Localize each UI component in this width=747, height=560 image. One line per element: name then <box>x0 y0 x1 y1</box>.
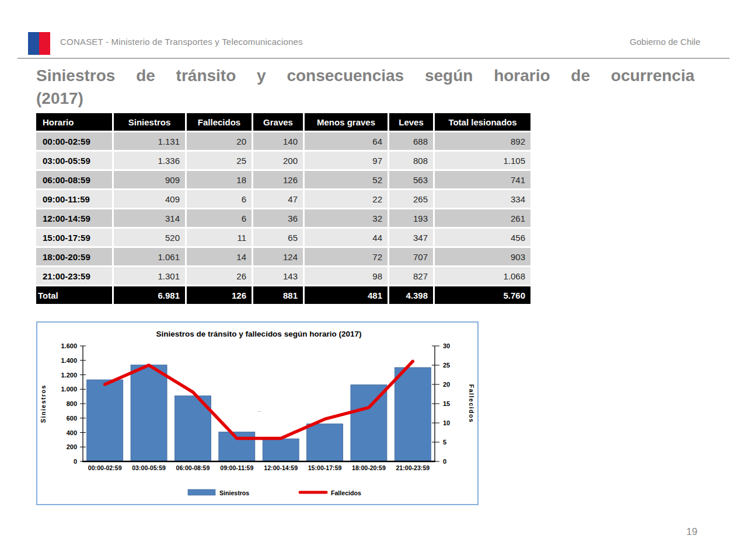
table-cell: 143 <box>253 267 303 285</box>
table-cell: 456 <box>435 229 530 246</box>
table-cell: 64 <box>305 132 388 150</box>
left-axis-title: Siniestros <box>40 384 47 423</box>
legend-label-siniestros: Siniestros <box>219 489 249 496</box>
table-cell: 261 <box>435 209 530 227</box>
table-row-label: 00:00-02:59 <box>36 132 112 150</box>
x-axis-category-label: 03:00-05:59 <box>132 464 166 471</box>
table-row: 18:00-20:591.0611412472707903 <box>36 248 530 265</box>
page-number: 19 <box>686 526 697 538</box>
table-cell: 11 <box>187 229 252 246</box>
table-row-label: 03:00-05:59 <box>36 152 112 169</box>
table-row: 15:00-17:59520116544347456 <box>36 229 530 246</box>
table-cell: 26 <box>187 267 252 285</box>
table-total-cell: 4.398 <box>389 286 433 304</box>
table-row: 09:00-11:5940964722265334 <box>36 190 530 208</box>
bar-siniestros <box>87 380 123 461</box>
table-header-cell: Total lesionados <box>435 113 530 131</box>
logo-blue-square <box>28 32 39 55</box>
chart-title: Siniestros de tránsito y fallecidos segú… <box>156 330 362 338</box>
left-axis-tick-label: 0 <box>74 458 77 465</box>
table-header-cell: Graves <box>253 113 303 131</box>
table-cell: 193 <box>389 209 433 227</box>
bar-siniestros <box>307 424 343 461</box>
table-row-label: 21:00-23:59 <box>36 267 112 285</box>
table-total-cell: 881 <box>253 286 303 304</box>
table-total-cell: 481 <box>305 286 388 304</box>
chart-panel: Siniestros de tránsito y fallecidos segú… <box>36 321 479 505</box>
left-axis-tick-label: 1.200 <box>61 372 77 379</box>
table-total-cell: 6.981 <box>114 286 185 304</box>
table-header-cell: Horario <box>36 113 112 131</box>
page-title-line2: (2017) <box>36 87 694 110</box>
table-cell: 25 <box>187 152 252 169</box>
table-cell: 1.061 <box>114 248 185 265</box>
left-axis-tick-label: 600 <box>67 415 77 422</box>
table-cell: 334 <box>435 190 530 208</box>
table-cell: 892 <box>435 132 530 150</box>
table-cell: 563 <box>389 171 433 188</box>
table-total-cell: 126 <box>187 286 252 304</box>
table-cell: 909 <box>114 171 185 188</box>
table-header-cell: Fallecidos <box>187 113 252 131</box>
x-axis-category-label: 00:00-02:59 <box>88 464 122 471</box>
table-cell: 1.336 <box>114 152 185 169</box>
table-cell: 1.105 <box>435 152 530 169</box>
table-row-label: 06:00-08:59 <box>36 171 112 188</box>
x-axis-category-label: 12:00-14:59 <box>264 464 298 471</box>
table-cell: 409 <box>114 190 185 208</box>
table-row: 03:00-05:591.33625200978081.105 <box>36 152 530 169</box>
table-row: 06:00-08:599091812652563741 <box>36 171 530 188</box>
table-cell: 1.068 <box>435 267 530 285</box>
report-page: { "header": { "org": "CONASET - Minister… <box>0 0 747 560</box>
bar-siniestros <box>131 365 167 461</box>
table-head: HorarioSiniestrosFallecidosGravesMenos g… <box>36 113 530 131</box>
table-foot: Total6.9811268814814.3985.760 <box>36 286 530 304</box>
accidents-by-hour-table: HorarioSiniestrosFallecidosGravesMenos g… <box>34 111 532 306</box>
header-org-title: CONASET - Ministerio de Transportes y Te… <box>60 37 303 47</box>
x-axis-category-label: 21:00-23:59 <box>396 464 430 471</box>
table-cell: 688 <box>389 132 433 150</box>
table-cell: 20 <box>187 132 252 150</box>
bar-siniestros <box>263 439 299 461</box>
table-total-cell: 5.760 <box>435 286 530 304</box>
x-axis-category-label: 15:00-17:59 <box>308 464 342 471</box>
left-axis-tick-label: 1.400 <box>61 357 77 364</box>
table-cell: 6 <box>187 190 252 208</box>
table-header-row: HorarioSiniestrosFallecidosGravesMenos g… <box>36 113 530 131</box>
header-divider <box>18 58 729 59</box>
left-axis-tick-label: 1.600 <box>61 342 77 349</box>
table-cell: 741 <box>435 171 530 188</box>
table-cell: 707 <box>389 248 433 265</box>
table-cell: 1.301 <box>114 267 185 285</box>
table-row-label: 18:00-20:59 <box>36 248 112 265</box>
header-government-label: Gobierno de Chile <box>630 37 700 47</box>
right-axis-tick-label: 30 <box>443 342 450 349</box>
logo-red-square <box>39 32 50 55</box>
x-axis-category-label: 09:00-11:59 <box>220 464 253 471</box>
right-axis-tick-label: 5 <box>443 439 446 446</box>
bar-siniestros <box>395 368 431 461</box>
table-cell: 98 <box>305 267 388 285</box>
table-cell: 97 <box>305 152 388 169</box>
left-axis-tick-label: 800 <box>67 400 77 407</box>
table-cell: 903 <box>435 248 530 265</box>
table-body: 00:00-02:591.131201406468889203:00-05:59… <box>36 132 530 285</box>
x-axis-category-label: 06:00-08:59 <box>176 464 210 471</box>
table-cell: 36 <box>253 209 303 227</box>
right-axis-tick-label: 10 <box>443 419 450 426</box>
table-cell: 6 <box>187 209 252 227</box>
table-cell: 520 <box>114 229 185 246</box>
table-row: 00:00-02:591.1312014064688892 <box>36 132 530 150</box>
table-cell: 265 <box>389 190 433 208</box>
legend-label-fallecidos: Fallecidos <box>331 489 361 496</box>
table-header-cell: Siniestros <box>114 113 185 131</box>
legend-bar-swatch <box>188 489 215 495</box>
page-title: Siniestros de tránsito y consecuencias s… <box>36 64 694 110</box>
table-row: 12:00-14:5931463632193261 <box>36 209 530 227</box>
table-cell: 827 <box>389 267 433 285</box>
table-cell: 18 <box>187 171 252 188</box>
table-row: 21:00-23:591.30126143988271.068 <box>36 267 530 285</box>
table-row-label: 12:00-14:59 <box>36 209 112 227</box>
table-cell: 347 <box>389 229 433 246</box>
table-total-row: Total6.9811268814814.3985.760 <box>36 286 530 304</box>
